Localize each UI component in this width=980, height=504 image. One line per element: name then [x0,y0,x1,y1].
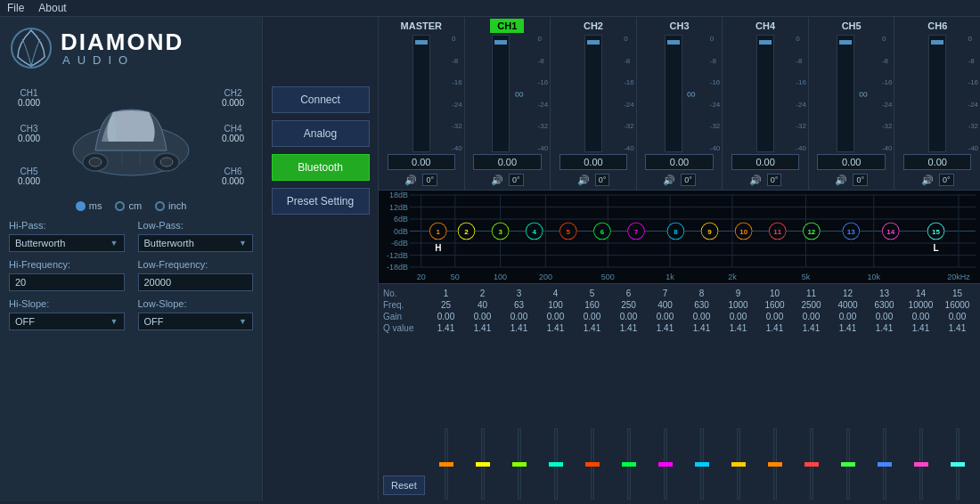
ch-header-ch5[interactable]: CH5 [835,19,869,33]
connect-button[interactable]: Connect [272,86,370,113]
radio-cm[interactable] [115,201,125,211]
ch-header-master[interactable]: MASTER [394,19,449,33]
eq-cell-no.-13: 13 [866,288,902,299]
menu-bar: File About [0,0,980,17]
ch-header-ch2[interactable]: CH2 [576,19,610,33]
eq-v-thumb-11[interactable] [804,462,819,467]
eq-v-thumb-8[interactable] [695,462,709,467]
ch-header-ch4[interactable]: CH4 [748,19,782,33]
speaker-icon-ch4[interactable]: 🔊 [749,175,762,186]
eq-table: No.123456789101112131415Freq.25406310016… [379,288,980,334]
eq-slider-14 [902,428,939,500]
lo-freq-input[interactable] [138,273,254,291]
ch1-label: CH1 0.000 [18,88,40,108]
ch-header-ch1[interactable]: CH1 [490,19,524,33]
eq-v-track-12[interactable] [846,428,850,500]
eq-v-track-15[interactable] [956,428,960,500]
eq-cell-no.-3: 3 [501,288,537,299]
eq-v-track-6[interactable] [627,428,631,500]
phase-ch4[interactable]: 0° [767,174,782,186]
eq-v-track-7[interactable] [664,428,667,500]
fader-track-ch1[interactable] [492,35,510,152]
eq-v-track-2[interactable] [481,428,485,500]
unit-cm[interactable]: cm [115,200,142,211]
phase-ch6[interactable]: 0° [939,174,954,186]
fader-thumb-ch2[interactable] [587,40,600,45]
eq-v-thumb-9[interactable] [731,462,746,467]
eq-slider-12 [829,428,866,500]
fader-thumb-ch1[interactable] [494,40,507,45]
hi-freq-input[interactable] [9,273,125,291]
menu-about[interactable]: About [38,2,66,14]
radio-inch[interactable] [155,201,165,211]
eq-v-thumb-1[interactable] [439,462,453,467]
eq-v-thumb-6[interactable] [622,462,636,467]
eq-v-thumb-7[interactable] [658,462,673,467]
eq-v-thumb-10[interactable] [768,462,782,467]
fader-thumb-ch6[interactable] [931,40,943,45]
speaker-icon-ch2[interactable]: 🔊 [577,175,590,186]
eq-v-track-13[interactable] [883,428,886,500]
eq-v-thumb-12[interactable] [841,462,855,467]
unit-inch[interactable]: inch [155,200,186,211]
fader-thumb-ch5[interactable] [839,40,852,45]
eq-v-track-1[interactable] [445,428,448,500]
analog-button[interactable]: Analog [272,120,370,147]
fader-thumb-master[interactable] [415,40,428,45]
phase-ch1[interactable]: 0° [509,174,524,186]
fader-track-ch2[interactable] [584,35,602,152]
ch-header-ch3[interactable]: CH3 [663,19,697,33]
fader-track-ch6[interactable] [928,35,946,152]
speaker-icon-master[interactable]: 🔊 [404,175,417,186]
eq-v-track-8[interactable] [700,428,704,500]
hi-pass-select[interactable]: Butterworth ▼ [9,234,125,252]
fader-track-ch3[interactable] [665,35,682,152]
hi-slope-select[interactable]: OFF ▼ [9,313,125,330]
speaker-icon-ch5[interactable]: 🔊 [835,175,847,186]
radio-ms[interactable] [76,201,86,211]
fader-thumb-ch4[interactable] [759,40,772,45]
eq-cell-no.-8: 8 [683,288,720,299]
phase-ch3[interactable]: 0° [681,174,696,186]
eq-v-thumb-5[interactable] [585,462,600,467]
phase-master[interactable]: 0° [422,174,437,186]
eq-v-thumb-2[interactable] [476,462,490,467]
eq-v-track-5[interactable] [591,428,594,500]
preset-button[interactable]: Preset Setting [272,188,370,215]
lo-pass-select[interactable]: Butterworth ▼ [138,234,254,252]
ch-value-ch1: 0.00 [473,154,541,170]
eq-v-thumb-3[interactable] [512,462,527,467]
eq-v-track-11[interactable] [810,428,813,500]
eq-v-track-14[interactable] [919,428,923,500]
lo-slope-select[interactable]: OFF ▼ [138,313,254,330]
unit-selector: ms cm inch [9,200,253,211]
fader-track-ch4[interactable] [756,35,774,152]
phase-ch5[interactable]: 0° [853,174,868,186]
phase-ch2[interactable]: 0° [595,174,610,186]
link-icon-ch3: ∞ [685,35,698,152]
ch-header-ch6[interactable]: CH6 [920,19,954,33]
speaker-icon-ch1[interactable]: 🔊 [491,175,503,186]
fader-track-ch5[interactable] [837,35,854,152]
eq-v-track-3[interactable] [518,428,521,500]
eq-v-thumb-15[interactable] [951,462,965,467]
eq-v-thumb-4[interactable] [549,462,563,467]
eq-v-track-9[interactable] [737,428,740,500]
speaker-icon-ch3[interactable]: 🔊 [663,175,675,186]
fader-track-master[interactable] [412,35,430,152]
eq-cell-freq.-12: 4000 [829,299,866,311]
eq-v-thumb-14[interactable] [914,462,928,467]
speaker-icon-ch6[interactable]: 🔊 [921,175,934,186]
unit-ms[interactable]: ms [76,200,102,211]
ch-icons-ch2: 🔊0° [577,172,610,188]
eq-v-track-10[interactable] [773,428,777,500]
eq-v-track-4[interactable] [554,428,558,500]
diamond-audio-logo-icon [9,26,53,70]
eq-v-thumb-13[interactable] [878,462,892,467]
reset-button[interactable]: Reset [383,476,425,495]
middle-panel: Connect Analog Bluetooth Preset Setting [263,17,379,501]
logo-area: DIAMOND AUDIO [9,26,253,70]
menu-file[interactable]: File [7,2,24,14]
bluetooth-button[interactable]: Bluetooth [272,154,370,181]
fader-thumb-ch3[interactable] [667,40,680,45]
